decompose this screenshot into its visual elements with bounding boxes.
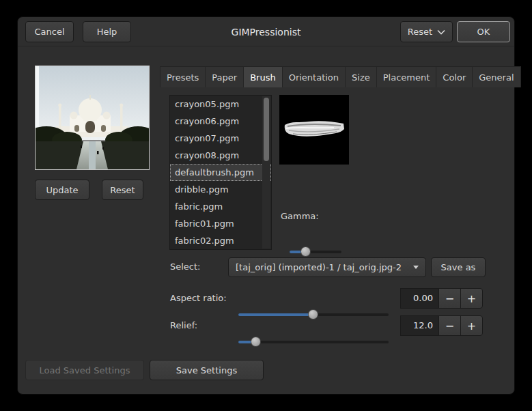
tab-orientation[interactable]: Orientation xyxy=(283,66,346,87)
relief-spinbox: 12.0 − + xyxy=(400,315,483,336)
cancel-button-label: Cancel xyxy=(34,27,64,37)
brush-source-dropdown[interactable]: [taj_orig] (imported)-1 / taj_orig.jpg-2 xyxy=(228,257,426,277)
tab-presets[interactable]: Presets xyxy=(160,66,206,87)
gamma-slider-handle[interactable] xyxy=(300,246,311,257)
relief-decrement-button[interactable]: − xyxy=(438,315,461,336)
load-saved-settings-label: Load Saved Settings xyxy=(40,365,130,375)
list-item[interactable]: crayon07.pgm xyxy=(170,130,271,147)
select-label: Select: xyxy=(170,261,200,272)
tab-size[interactable]: Size xyxy=(346,66,377,87)
list-scrollbar[interactable] xyxy=(262,96,270,249)
aspect-ratio-label: Aspect ratio: xyxy=(170,293,227,303)
aspect-ratio-slider-handle[interactable] xyxy=(308,309,318,320)
aspect-ratio-increment-button[interactable]: + xyxy=(460,288,483,309)
reset-dropdown-label: Reset xyxy=(408,27,432,37)
brush-stroke-image xyxy=(279,95,349,165)
image-preview xyxy=(35,66,150,170)
ok-button-label: OK xyxy=(477,27,490,37)
aspect-ratio-value[interactable]: 0.00 xyxy=(400,288,439,309)
brush-source-dropdown-value: [taj_orig] (imported)-1 / taj_orig.jpg-2 xyxy=(236,262,413,272)
tab-placement[interactable]: Placement xyxy=(377,66,437,87)
aspect-ratio-slider-fill xyxy=(238,313,313,316)
notebook-tabbar: Presets Paper Brush Orientation Size Pla… xyxy=(160,66,494,87)
update-button-label: Update xyxy=(46,185,78,195)
relief-increment-button[interactable]: + xyxy=(460,315,483,336)
gamma-slider[interactable] xyxy=(290,246,341,257)
tab-brush[interactable]: Brush xyxy=(244,66,283,87)
save-as-button[interactable]: Save as xyxy=(431,257,486,277)
save-settings-button[interactable]: Save Settings xyxy=(150,360,264,380)
list-item[interactable]: crayon05.pgm xyxy=(170,96,271,113)
tab-color[interactable]: Color xyxy=(436,66,473,87)
aspect-ratio-spinbox: 0.00 − + xyxy=(400,288,483,309)
list-item[interactable]: fabric01.pgm xyxy=(170,215,271,232)
taj-mahal-preview-image xyxy=(36,66,149,169)
tab-general[interactable]: General xyxy=(473,66,520,87)
ok-button[interactable]: OK xyxy=(457,21,510,42)
relief-value[interactable]: 12.0 xyxy=(400,315,439,336)
list-scrollbar-thumb[interactable] xyxy=(264,98,269,161)
list-item[interactable]: crayon08.pgm xyxy=(170,147,271,164)
list-item[interactable]: dribble.pgm xyxy=(170,181,271,198)
help-button-label: Help xyxy=(97,27,117,37)
chevron-down-icon xyxy=(437,27,445,37)
preview-reset-button-label: Reset xyxy=(110,185,135,195)
aspect-ratio-slider[interactable] xyxy=(238,309,389,320)
dropdown-arrow-icon xyxy=(413,266,419,269)
relief-slider-handle[interactable] xyxy=(251,337,261,347)
list-item[interactable]: fabric.pgm xyxy=(170,198,271,215)
list-item[interactable]: crayon06.pgm xyxy=(170,113,271,130)
gamma-label: Gamma: xyxy=(281,211,319,221)
reset-dropdown-button[interactable]: Reset xyxy=(400,21,453,42)
load-saved-settings-button[interactable]: Load Saved Settings xyxy=(25,360,144,380)
relief-slider[interactable] xyxy=(238,337,389,348)
list-item-selected[interactable]: defaultbrush.pgm xyxy=(170,164,271,181)
gimpressionist-dialog: GIMPressionist Cancel Help Reset OK xyxy=(17,16,515,395)
update-button[interactable]: Update xyxy=(35,180,89,200)
brush-file-list: crayon05.pgm crayon06.pgm crayon07.pgm c… xyxy=(169,95,272,250)
help-button[interactable]: Help xyxy=(83,21,131,42)
tab-paper[interactable]: Paper xyxy=(206,66,244,87)
list-item[interactable]: fabric02.pgm xyxy=(170,232,271,249)
preview-reset-button[interactable]: Reset xyxy=(102,180,143,200)
brush-preview xyxy=(279,95,349,165)
relief-label: Relief: xyxy=(170,320,197,330)
cancel-button[interactable]: Cancel xyxy=(25,21,74,42)
save-as-button-label: Save as xyxy=(441,262,476,272)
aspect-ratio-decrement-button[interactable]: − xyxy=(438,288,461,309)
save-settings-label: Save Settings xyxy=(176,365,237,375)
